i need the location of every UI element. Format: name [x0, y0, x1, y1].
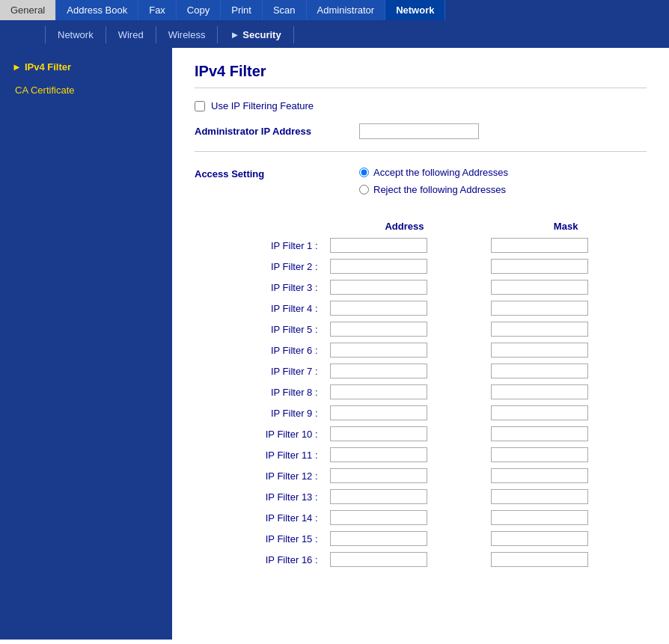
filter-mask-input-15[interactable]: [491, 531, 588, 546]
filter-address-input-6[interactable]: [330, 343, 427, 358]
filter-mask-input-14[interactable]: [491, 510, 588, 525]
ip-filtering-checkbox[interactable]: [195, 101, 205, 111]
filter-row: IP Filter 12 :: [195, 465, 647, 486]
filter-row: IP Filter 9 :: [195, 402, 647, 423]
sidebar-arrow: ►: [12, 61, 22, 73]
filter-address-input-15[interactable]: [330, 531, 427, 546]
filter-label-2: IP Filter 2 :: [195, 256, 324, 277]
filter-mask-input-8[interactable]: [491, 384, 588, 399]
filter-row: IP Filter 11 :: [195, 444, 647, 465]
filter-mask-input-10[interactable]: [491, 426, 588, 441]
filter-mask-input-12[interactable]: [491, 468, 588, 483]
sidebar-item-ipv4-filter[interactable]: ►IPv4 Filter: [0, 55, 172, 79]
filter-address-cell-3: [324, 277, 486, 298]
filter-mask-cell-3: [485, 277, 647, 298]
filter-mask-input-2[interactable]: [491, 259, 588, 274]
filter-address-input-16[interactable]: [330, 552, 427, 567]
filter-address-input-2[interactable]: [330, 259, 427, 274]
filter-address-cell-5: [324, 319, 486, 340]
filter-mask-input-5[interactable]: [491, 322, 588, 337]
filter-address-input-5[interactable]: [330, 322, 427, 337]
filter-mask-input-1[interactable]: [491, 238, 588, 253]
top-tab-fax[interactable]: Fax: [138, 0, 177, 20]
radio-reject-label: Reject the following Addresses: [373, 184, 506, 195]
filter-mask-cell-9: [485, 402, 647, 423]
filter-address-input-9[interactable]: [330, 405, 427, 420]
filter-address-input-10[interactable]: [330, 426, 427, 441]
second-nav-network[interactable]: Network: [45, 26, 106, 43]
filter-mask-cell-8: [485, 381, 647, 402]
filter-row: IP Filter 6 :: [195, 340, 647, 361]
filter-mask-input-7[interactable]: [491, 364, 588, 378]
radio-accept-label: Accept the following Addresses: [373, 167, 508, 178]
filter-address-input-4[interactable]: [330, 301, 427, 316]
filter-address-input-3[interactable]: [330, 280, 427, 295]
second-nav-bar: NetworkWiredWireless►Security: [0, 22, 669, 48]
filter-address-input-7[interactable]: [330, 364, 427, 378]
filter-address-cell-15: [324, 528, 486, 549]
filter-mask-input-3[interactable]: [491, 280, 588, 295]
filter-row: IP Filter 8 :: [195, 381, 647, 402]
top-tab-network[interactable]: Network: [385, 0, 445, 20]
top-tab-copy[interactable]: Copy: [177, 0, 221, 20]
admin-ip-label: Administrator IP Address: [195, 126, 359, 137]
ip-filtering-checkbox-row: Use IP Filtering Feature: [195, 100, 647, 111]
filter-row: IP Filter 13 :: [195, 486, 647, 507]
sidebar: ►IPv4 FilterCA Certificate: [0, 48, 172, 640]
page-title: IPv4 Filter: [195, 63, 647, 88]
access-radio-group: Accept the following Addresses Reject th…: [359, 167, 508, 195]
filter-mask-cell-4: [485, 298, 647, 319]
filter-label-11: IP Filter 11 :: [195, 444, 324, 465]
access-setting-label: Access Setting: [195, 167, 359, 195]
filter-label-13: IP Filter 13 :: [195, 486, 324, 507]
filter-mask-cell-16: [485, 549, 647, 570]
filter-address-input-12[interactable]: [330, 468, 427, 483]
ip-filtering-label: Use IP Filtering Feature: [211, 100, 314, 111]
filter-address-cell-7: [324, 361, 486, 381]
top-tab-general[interactable]: General: [0, 0, 56, 20]
main-layout: ►IPv4 FilterCA Certificate IPv4 Filter U…: [0, 48, 669, 640]
filter-row: IP Filter 14 :: [195, 507, 647, 528]
filter-row: IP Filter 2 :: [195, 256, 647, 277]
filter-label-3: IP Filter 3 :: [195, 277, 324, 298]
filter-address-cell-10: [324, 423, 486, 444]
top-tab-print[interactable]: Print: [221, 0, 263, 20]
top-tab-scan[interactable]: Scan: [263, 0, 307, 20]
second-nav-wireless[interactable]: Wireless: [156, 26, 219, 43]
filter-mask-input-16[interactable]: [491, 552, 588, 567]
sidebar-item-ca-certificate[interactable]: CA Certificate: [0, 79, 172, 102]
filter-address-input-14[interactable]: [330, 510, 427, 525]
filter-address-cell-8: [324, 381, 486, 402]
admin-ip-input[interactable]: [359, 123, 479, 139]
top-tab-address-book[interactable]: Address Book: [56, 0, 138, 20]
filter-row: IP Filter 3 :: [195, 277, 647, 298]
filter-address-input-8[interactable]: [330, 384, 427, 399]
filter-address-cell-2: [324, 256, 486, 277]
radio-accept-row[interactable]: Accept the following Addresses: [359, 167, 508, 178]
filter-mask-input-13[interactable]: [491, 489, 588, 504]
filter-mask-input-11[interactable]: [491, 447, 588, 462]
filter-mask-cell-14: [485, 507, 647, 528]
filter-address-input-13[interactable]: [330, 489, 427, 504]
filter-mask-input-6[interactable]: [491, 343, 588, 358]
filter-mask-input-4[interactable]: [491, 301, 588, 316]
filter-label-4: IP Filter 4 :: [195, 298, 324, 319]
filter-label-5: IP Filter 5 :: [195, 319, 324, 340]
second-nav-wired[interactable]: Wired: [106, 26, 156, 43]
col-mask-header: Mask: [485, 218, 647, 235]
radio-reject-row[interactable]: Reject the following Addresses: [359, 184, 508, 195]
filter-address-input-11[interactable]: [330, 447, 427, 462]
filter-mask-input-9[interactable]: [491, 405, 588, 420]
top-tab-administrator[interactable]: Administrator: [307, 0, 386, 20]
filter-row: IP Filter 1 :: [195, 235, 647, 256]
filter-address-input-1[interactable]: [330, 238, 427, 253]
filter-address-cell-1: [324, 235, 486, 256]
filter-address-cell-9: [324, 402, 486, 423]
radio-accept[interactable]: [359, 168, 369, 177]
radio-reject[interactable]: [359, 185, 369, 194]
filter-address-cell-4: [324, 298, 486, 319]
filter-label-8: IP Filter 8 :: [195, 381, 324, 402]
filter-mask-cell-7: [485, 361, 647, 381]
second-nav-security[interactable]: ►Security: [218, 26, 293, 43]
content-area: IPv4 Filter Use IP Filtering Feature Adm…: [172, 48, 669, 640]
